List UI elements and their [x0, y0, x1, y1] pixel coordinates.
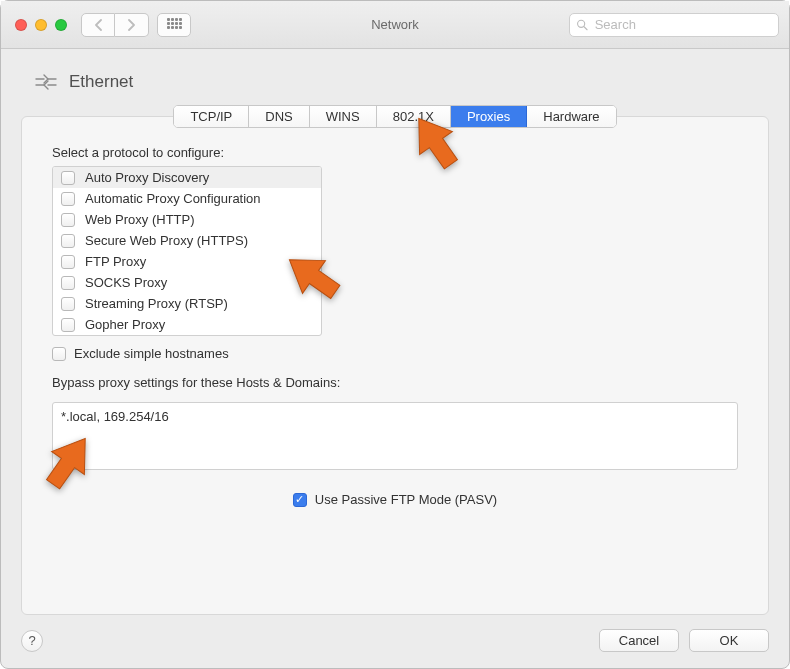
ethernet-icon [33, 69, 59, 95]
checkbox[interactable] [293, 493, 307, 507]
protocol-list[interactable]: Auto Proxy Discovery Automatic Proxy Con… [52, 166, 322, 336]
protocol-label: Streaming Proxy (RTSP) [85, 296, 228, 311]
proxies-panel: Select a protocol to configure: Auto Pro… [21, 116, 769, 615]
tab-dns[interactable]: DNS [249, 106, 309, 127]
checkbox[interactable] [61, 255, 75, 269]
bypass-label: Bypass proxy settings for these Hosts & … [52, 375, 738, 390]
checkbox[interactable] [61, 213, 75, 227]
list-item[interactable]: Automatic Proxy Configuration [53, 188, 321, 209]
checkbox[interactable] [52, 347, 66, 361]
tab-tcpip[interactable]: TCP/IP [174, 106, 249, 127]
checkbox[interactable] [61, 192, 75, 206]
protocol-label: FTP Proxy [85, 254, 146, 269]
checkbox[interactable] [61, 234, 75, 248]
nav-buttons [81, 13, 149, 37]
minimize-icon[interactable] [35, 19, 47, 31]
tabbar: TCP/IP DNS WINS 802.1X Proxies Hardware [173, 105, 616, 128]
exclude-simple-row[interactable]: Exclude simple hostnames [52, 346, 738, 361]
checkbox[interactable] [61, 318, 75, 332]
tab-wins[interactable]: WINS [310, 106, 377, 127]
list-item[interactable]: FTP Proxy [53, 251, 321, 272]
tabs-container: TCP/IP DNS WINS 802.1X Proxies Hardware [21, 105, 769, 128]
list-item[interactable]: Auto Proxy Discovery [53, 167, 321, 188]
search-icon [576, 18, 589, 32]
show-all-button[interactable] [157, 13, 191, 37]
list-item[interactable]: Streaming Proxy (RTSP) [53, 293, 321, 314]
list-item[interactable]: Web Proxy (HTTP) [53, 209, 321, 230]
ok-button[interactable]: OK [689, 629, 769, 652]
forward-button[interactable] [115, 13, 149, 37]
list-item[interactable]: SOCKS Proxy [53, 272, 321, 293]
checkbox[interactable] [61, 297, 75, 311]
pasv-label: Use Passive FTP Mode (PASV) [315, 492, 497, 507]
titlebar: Network [1, 1, 789, 49]
list-item[interactable]: Gopher Proxy [53, 314, 321, 335]
search-field-wrap[interactable] [569, 13, 779, 37]
traffic-lights [15, 19, 67, 31]
interface-header: Ethernet [33, 69, 761, 95]
close-icon[interactable] [15, 19, 27, 31]
svg-line-1 [584, 26, 587, 29]
chevron-right-icon [127, 19, 136, 31]
cancel-button[interactable]: Cancel [599, 629, 679, 652]
help-button[interactable]: ? [21, 630, 43, 652]
grid-icon [167, 18, 181, 32]
protocol-label: SOCKS Proxy [85, 275, 167, 290]
interface-name: Ethernet [69, 72, 133, 92]
network-preferences-window: RISK.com Network [0, 0, 790, 669]
zoom-icon[interactable] [55, 19, 67, 31]
list-item[interactable]: Secure Web Proxy (HTTPS) [53, 230, 321, 251]
search-input[interactable] [595, 17, 772, 32]
checkbox[interactable] [61, 171, 75, 185]
protocol-label: Web Proxy (HTTP) [85, 212, 195, 227]
tab-hardware[interactable]: Hardware [527, 106, 615, 127]
chevron-left-icon [94, 19, 103, 31]
back-button[interactable] [81, 13, 115, 37]
checkbox[interactable] [61, 276, 75, 290]
bypass-input[interactable] [52, 402, 738, 470]
content-area: Ethernet TCP/IP DNS WINS 802.1X Proxies … [1, 49, 789, 668]
protocol-label: Gopher Proxy [85, 317, 165, 332]
protocol-label: Automatic Proxy Configuration [85, 191, 261, 206]
exclude-simple-label: Exclude simple hostnames [74, 346, 229, 361]
protocol-label: Auto Proxy Discovery [85, 170, 209, 185]
tab-proxies[interactable]: Proxies [451, 106, 527, 127]
footer-row: ? Cancel OK [21, 629, 769, 652]
tab-8021x[interactable]: 802.1X [377, 106, 451, 127]
protocol-label: Secure Web Proxy (HTTPS) [85, 233, 248, 248]
pasv-row[interactable]: Use Passive FTP Mode (PASV) [52, 492, 738, 507]
select-protocol-label: Select a protocol to configure: [52, 145, 738, 160]
svg-point-0 [578, 20, 585, 27]
